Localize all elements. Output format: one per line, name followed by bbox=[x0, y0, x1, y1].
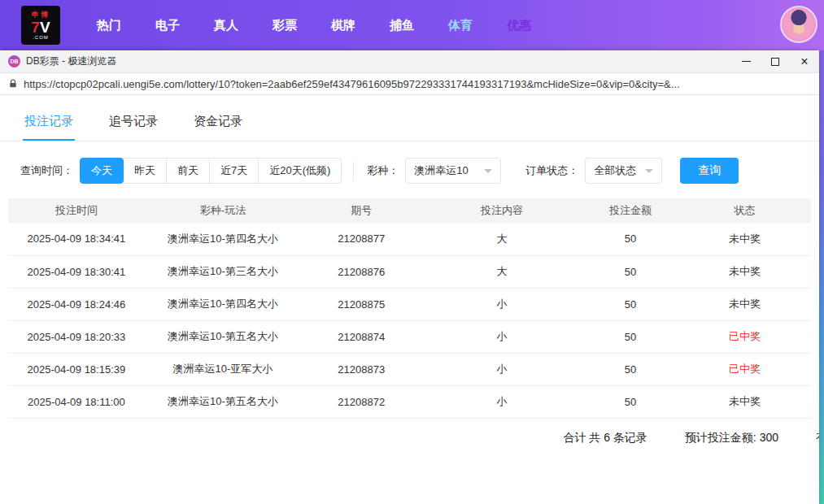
time-option-yesterday[interactable]: 昨天 bbox=[124, 158, 167, 184]
summary-expected: 预计投注金额: 300 bbox=[685, 431, 778, 445]
col-header-time: 投注时间 bbox=[8, 198, 145, 223]
col-header-game: 彩种-玩法 bbox=[145, 198, 301, 223]
col-header-status: 状态 bbox=[678, 198, 811, 223]
browser-titlebar: DB DB彩票 - 极速浏览器 × bbox=[0, 50, 819, 73]
cell-amount: 50 bbox=[582, 288, 678, 320]
lottery-select-value: 澳洲幸运10 bbox=[414, 163, 468, 178]
lottery-filter-label: 彩种： bbox=[367, 163, 399, 178]
cell-status: 未中奖 bbox=[678, 255, 811, 288]
table-row: 2025-04-09 18:15:39 澳洲幸运10-亚军大小 21208873… bbox=[8, 353, 811, 385]
cell-time: 2025-04-09 18:34:41 bbox=[8, 223, 145, 255]
main-nav: 热门 电子 真人 彩票 棋牌 捕鱼 体育 优惠 bbox=[80, 18, 548, 33]
cell-game: 澳洲幸运10-第四名大小 bbox=[145, 288, 301, 320]
minimize-icon bbox=[742, 61, 751, 62]
table-row: 2025-04-09 18:20:33 澳洲幸运10-第五名大小 2120887… bbox=[8, 320, 811, 353]
cell-issue: 21208876 bbox=[301, 255, 421, 288]
cell-issue: 21208873 bbox=[301, 353, 421, 385]
cell-time: 2025-04-09 18:24:46 bbox=[8, 288, 145, 320]
browser-window: DB DB彩票 - 极速浏览器 × https://ctopcp02pcali.… bbox=[0, 50, 819, 504]
window-controls: × bbox=[731, 50, 819, 72]
order-status-select[interactable]: 全部状态 bbox=[585, 158, 662, 184]
cell-content: 小 bbox=[421, 353, 582, 385]
browser-urlbar[interactable]: https://ctopcp02pcali.uengi5e.com/lotter… bbox=[0, 73, 819, 95]
cell-game: 澳洲幸运10-亚军大小 bbox=[145, 353, 301, 385]
logo-text-com: .COM bbox=[33, 35, 49, 40]
user-avatar[interactable] bbox=[780, 6, 817, 43]
cell-time: 2025-04-09 18:20:33 bbox=[8, 320, 145, 353]
cell-status: 未中奖 bbox=[678, 385, 811, 418]
col-header-issue: 期号 bbox=[301, 198, 421, 223]
table-row: 2025-04-09 18:11:00 澳洲幸运10-第五名大小 2120887… bbox=[8, 385, 811, 418]
site-header: 申博 7V .COM 热门 电子 真人 彩票 棋牌 捕鱼 体育 优惠 bbox=[0, 0, 824, 50]
close-button[interactable]: × bbox=[790, 50, 819, 72]
time-option-today[interactable]: 今天 bbox=[80, 158, 124, 184]
nav-item-fishing[interactable]: 捕鱼 bbox=[373, 18, 431, 33]
table-row: 2025-04-09 18:30:41 澳洲幸运10-第三名大小 2120887… bbox=[8, 255, 811, 288]
query-button[interactable]: 查询 bbox=[680, 158, 739, 184]
time-option-daybefore[interactable]: 前天 bbox=[167, 158, 210, 184]
page-content: 投注记录 追号记录 资金记录 查询时间： 今天 昨天 前天 近7天 近20天(低… bbox=[0, 106, 819, 445]
cell-time: 2025-04-09 18:15:39 bbox=[8, 353, 145, 385]
cell-time: 2025-04-09 18:11:00 bbox=[8, 385, 145, 418]
cell-issue: 21208874 bbox=[301, 320, 421, 353]
cell-issue: 21208872 bbox=[301, 385, 421, 418]
nav-item-sports[interactable]: 体育 bbox=[431, 18, 490, 33]
logo-text-7v: 7V bbox=[31, 20, 50, 35]
cell-content: 大 bbox=[421, 223, 582, 255]
cell-content: 大 bbox=[421, 255, 582, 288]
maximize-button[interactable] bbox=[761, 50, 790, 72]
lock-icon bbox=[8, 79, 18, 89]
cell-status: 未中奖 bbox=[678, 288, 811, 320]
summary-total: 合计 共 6 条记录 bbox=[563, 431, 647, 445]
url-text[interactable]: https://ctopcp02pcali.uengi5e.com/lotter… bbox=[24, 78, 811, 90]
cell-issue: 21208877 bbox=[301, 223, 421, 255]
cell-amount: 50 bbox=[582, 320, 678, 353]
site-logo[interactable]: 申博 7V .COM bbox=[21, 6, 60, 45]
chevron-down-icon bbox=[645, 169, 653, 173]
nav-item-live[interactable]: 真人 bbox=[197, 18, 255, 33]
chevron-down-icon bbox=[484, 169, 492, 173]
cell-status: 已中奖 bbox=[678, 353, 811, 385]
time-filter-group: 今天 昨天 前天 近7天 近20天(低频) bbox=[80, 158, 342, 184]
minimize-button[interactable] bbox=[731, 50, 761, 72]
filter-bar: 查询时间： 今天 昨天 前天 近7天 近20天(低频) 彩种： 澳洲幸运10 订… bbox=[20, 158, 819, 184]
lottery-select[interactable]: 澳洲幸运10 bbox=[405, 158, 501, 184]
cell-game: 澳洲幸运10-第四名大小 bbox=[145, 223, 301, 255]
browser-favicon-icon: DB bbox=[8, 55, 20, 67]
cell-game: 澳洲幸运10-第五名大小 bbox=[145, 320, 301, 353]
cell-game: 澳洲幸运10-第五名大小 bbox=[145, 385, 301, 418]
nav-item-slots[interactable]: 电子 bbox=[138, 18, 197, 33]
cell-content: 小 bbox=[421, 385, 582, 418]
tab-chase-records[interactable]: 追号记录 bbox=[107, 106, 159, 141]
logo-text-cn: 申博 bbox=[32, 11, 50, 19]
nav-item-lottery[interactable]: 彩票 bbox=[255, 18, 314, 33]
nav-item-hot[interactable]: 热门 bbox=[80, 18, 138, 33]
order-status-value: 全部状态 bbox=[594, 163, 636, 178]
bet-records-table: 投注时间 彩种-玩法 期号 投注内容 投注金额 状态 2025-04-09 18… bbox=[8, 198, 811, 419]
tab-fund-records[interactable]: 资金记录 bbox=[192, 106, 244, 141]
time-filter-label: 查询时间： bbox=[20, 163, 73, 178]
table-row: 2025-04-09 18:34:41 澳洲幸运10-第四名大小 2120887… bbox=[8, 223, 811, 255]
cell-content: 小 bbox=[421, 320, 582, 353]
table-row: 2025-04-09 18:24:46 澳洲幸运10-第四名大小 2120887… bbox=[8, 288, 811, 320]
cell-amount: 50 bbox=[582, 385, 678, 418]
cell-time: 2025-04-09 18:30:41 bbox=[8, 255, 145, 288]
window-title: DB彩票 - 极速浏览器 bbox=[26, 54, 116, 68]
cell-issue: 21208875 bbox=[301, 288, 421, 320]
filter-divider bbox=[353, 162, 354, 180]
cell-amount: 50 bbox=[582, 255, 678, 288]
record-tabs: 投注记录 追号记录 资金记录 bbox=[0, 106, 819, 141]
nav-item-cards[interactable]: 棋牌 bbox=[314, 18, 373, 33]
time-option-20days[interactable]: 近20天(低频) bbox=[259, 158, 342, 184]
cell-amount: 50 bbox=[582, 223, 678, 255]
nav-item-promo[interactable]: 优惠 bbox=[490, 18, 548, 33]
time-option-7days[interactable]: 近7天 bbox=[210, 158, 259, 184]
cell-amount: 50 bbox=[582, 353, 678, 385]
tab-bet-records[interactable]: 投注记录 bbox=[23, 106, 75, 141]
col-header-amount: 投注金额 bbox=[582, 198, 678, 223]
summary-valid: 有效投注金 bbox=[816, 431, 819, 445]
cell-status: 已中奖 bbox=[678, 320, 811, 353]
cell-status: 未中奖 bbox=[678, 223, 811, 255]
cell-content: 小 bbox=[421, 288, 582, 320]
col-header-content: 投注内容 bbox=[421, 198, 582, 223]
